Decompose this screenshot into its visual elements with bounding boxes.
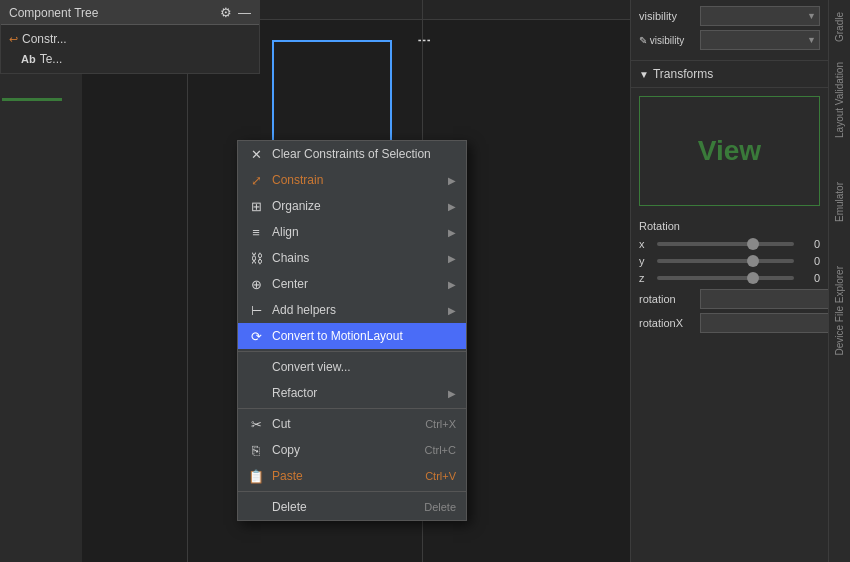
clear-icon: ✕ xyxy=(248,146,264,162)
properties-panel: visibility ▼ ✎ visibility ▼ ▼ Transforms… xyxy=(630,0,828,562)
minimize-icon[interactable]: — xyxy=(238,5,251,20)
motion-icon: ⟳ xyxy=(248,328,264,344)
center-canvas: 𝌀 ╲╱ ✕ Clear Constraints of Selection ⤢ … xyxy=(82,0,630,562)
view-preview-box: View xyxy=(639,96,820,206)
component-tree-title: Component Tree xyxy=(9,6,98,20)
constraint-icon: ↩ xyxy=(9,33,18,46)
transforms-header: ▼ Transforms xyxy=(631,61,828,88)
x-slider[interactable] xyxy=(657,242,794,246)
component-tree-header: Component Tree ⚙ — xyxy=(1,1,259,25)
device-file-explorer-tab[interactable]: Device File Explorer xyxy=(832,258,847,363)
visibility-select-wrapper-2: ▼ xyxy=(700,30,820,50)
x-slider-thumb xyxy=(747,238,759,250)
menu-label-paste: Paste xyxy=(272,469,303,483)
z-slider-thumb xyxy=(747,272,759,284)
align-icon: ≡ xyxy=(248,224,264,240)
rotation-section: Rotation x 0 y 0 z xyxy=(631,214,828,343)
copy-shortcut: Ctrl+C xyxy=(425,444,456,456)
y-value: 0 xyxy=(800,255,820,267)
organize-icon: ⊞ xyxy=(248,198,264,214)
rotationx-field-label: rotationX xyxy=(639,317,694,329)
cut-shortcut: Ctrl+X xyxy=(425,418,456,430)
menu-label-constrain: Constrain xyxy=(272,173,323,187)
visibility-label-1: visibility xyxy=(639,10,694,22)
paste-shortcut: Ctrl+V xyxy=(425,470,456,482)
helpers-submenu-chevron: ▶ xyxy=(448,305,456,316)
tree-item-text[interactable]: Ab Te... xyxy=(1,49,259,69)
menu-item-delete[interactable]: Delete Delete xyxy=(238,494,466,520)
menu-label-organize: Organize xyxy=(272,199,321,213)
x-axis-label: x xyxy=(639,238,651,250)
visibility-label-2: ✎ visibility xyxy=(639,35,694,46)
delete-icon xyxy=(248,499,264,515)
separator-3 xyxy=(238,491,466,492)
menu-item-add-helpers[interactable]: ⊢ Add helpers ▶ xyxy=(238,297,466,323)
chains-icon: ⛓ xyxy=(248,250,264,266)
z-axis-label: z xyxy=(639,272,651,284)
visibility-section: visibility ▼ ✎ visibility ▼ xyxy=(631,0,828,61)
layout-validation-tab[interactable]: Layout Validation xyxy=(832,54,847,146)
context-menu: ✕ Clear Constraints of Selection ⤢ Const… xyxy=(237,140,467,521)
refactor-icon xyxy=(248,385,264,401)
menu-item-clear-constraints[interactable]: ✕ Clear Constraints of Selection xyxy=(238,141,466,167)
rotation-y-row: y 0 xyxy=(639,255,820,267)
component-tree-actions: ⚙ — xyxy=(220,5,251,20)
separator-2 xyxy=(238,408,466,409)
rotationx-field-input[interactable] xyxy=(700,313,848,333)
menu-item-copy[interactable]: ⎘ Copy Ctrl+C xyxy=(238,437,466,463)
transforms-chevron: ▼ xyxy=(639,69,649,80)
constrain-submenu-chevron: ▶ xyxy=(448,175,456,186)
visibility-select-wrapper-1: ▼ xyxy=(700,6,820,26)
text-icon: Ab xyxy=(21,53,36,65)
menu-item-organize[interactable]: ⊞ Organize ▶ xyxy=(238,193,466,219)
menu-item-align[interactable]: ≡ Align ▶ xyxy=(238,219,466,245)
transforms-title: Transforms xyxy=(653,67,713,81)
copy-icon: ⎘ xyxy=(248,442,264,458)
rotation-z-row: z 0 xyxy=(639,272,820,284)
menu-item-convert-motion[interactable]: ⟳ Convert to MotionLayout xyxy=(238,323,466,349)
menu-item-convert-view[interactable]: Convert view... xyxy=(238,354,466,380)
gear-icon[interactable]: ⚙ xyxy=(220,5,232,20)
menu-item-cut[interactable]: ✂ Cut Ctrl+X xyxy=(238,411,466,437)
menu-item-constrain[interactable]: ⤢ Constrain ▶ xyxy=(238,167,466,193)
constrain-icon: ⤢ xyxy=(248,172,264,188)
menu-label-copy: Copy xyxy=(272,443,300,457)
menu-label-chains: Chains xyxy=(272,251,309,265)
rotation-x-row: x 0 xyxy=(639,238,820,250)
menu-label-refactor: Refactor xyxy=(272,386,317,400)
rotation-field-label: rotation xyxy=(639,293,694,305)
tree-item-text-label: Te... xyxy=(40,52,63,66)
align-submenu-chevron: ▶ xyxy=(448,227,456,238)
menu-item-chains[interactable]: ⛓ Chains ▶ xyxy=(238,245,466,271)
rotationx-field-row: rotationX □ xyxy=(639,313,820,333)
component-tree-panel: Component Tree ⚙ — ↩ Constr... Ab Te... xyxy=(0,0,260,74)
x-value: 0 xyxy=(800,238,820,250)
refactor-submenu-chevron: ▶ xyxy=(448,388,456,399)
visibility-select-2[interactable] xyxy=(700,30,820,50)
gradle-tab[interactable]: Gradle xyxy=(832,4,847,50)
menu-label-delete: Delete xyxy=(272,500,307,514)
green-indicator xyxy=(2,98,62,101)
menu-item-paste[interactable]: 📋 Paste Ctrl+V xyxy=(238,463,466,489)
visibility-select-1[interactable] xyxy=(700,6,820,26)
center-submenu-chevron: ▶ xyxy=(448,279,456,290)
menu-item-center[interactable]: ⊕ Center ▶ xyxy=(238,271,466,297)
left-panel: Component Tree ⚙ — ↩ Constr... Ab Te... xyxy=(0,0,82,562)
convert-view-icon xyxy=(248,359,264,375)
rotation-header: Rotation xyxy=(639,220,820,232)
emulator-tab[interactable]: Emulator xyxy=(832,174,847,230)
y-slider-thumb xyxy=(747,255,759,267)
paste-icon: 📋 xyxy=(248,468,264,484)
y-slider[interactable] xyxy=(657,259,794,263)
z-slider[interactable] xyxy=(657,276,794,280)
view-preview-label: View xyxy=(698,135,761,167)
menu-label-add-helpers: Add helpers xyxy=(272,303,336,317)
rotation-field-input[interactable] xyxy=(700,289,848,309)
menu-item-refactor[interactable]: Refactor ▶ xyxy=(238,380,466,406)
tree-item-constraint-label: Constr... xyxy=(22,32,67,46)
menu-label-clear-constraints: Clear Constraints of Selection xyxy=(272,147,431,161)
y-axis-label: y xyxy=(639,255,651,267)
helpers-icon: ⊢ xyxy=(248,302,264,318)
tree-item-constraint[interactable]: ↩ Constr... xyxy=(1,29,259,49)
chains-submenu-chevron: ▶ xyxy=(448,253,456,264)
